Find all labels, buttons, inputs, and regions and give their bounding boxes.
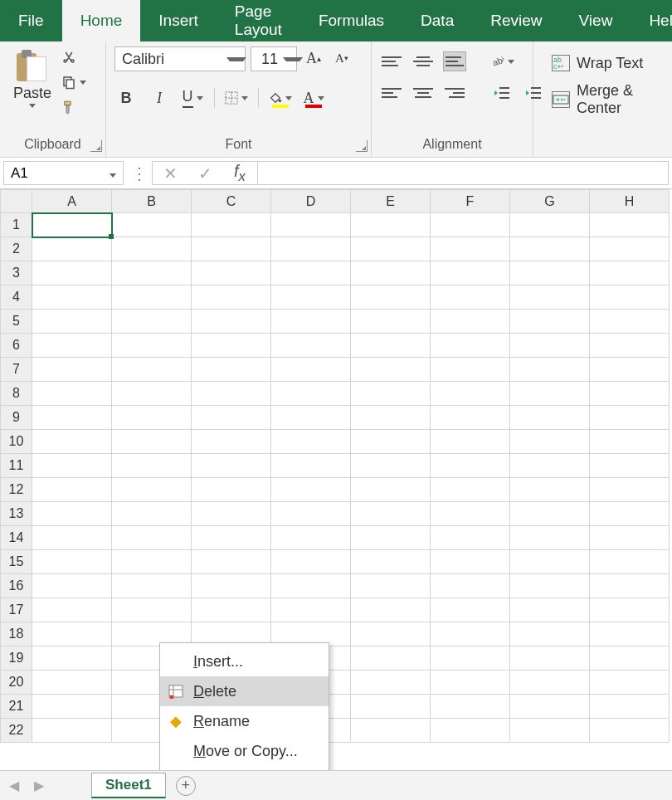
cell[interactable] xyxy=(510,695,590,719)
cell[interactable] xyxy=(590,406,670,430)
cell[interactable] xyxy=(510,671,590,695)
cell[interactable] xyxy=(510,213,590,237)
wrap-text-button[interactable]: abc↩ Wrap Text xyxy=(547,51,664,75)
borders-button[interactable] xyxy=(225,86,248,110)
cell[interactable] xyxy=(431,646,510,671)
cell[interactable] xyxy=(351,719,431,743)
cell[interactable] xyxy=(590,526,670,550)
cell[interactable] xyxy=(112,406,192,430)
row-header[interactable]: 9 xyxy=(1,406,32,430)
column-header[interactable]: G xyxy=(510,190,590,213)
row-header[interactable]: 16 xyxy=(1,574,32,598)
row-header[interactable]: 12 xyxy=(1,478,32,502)
cell[interactable] xyxy=(590,671,670,695)
cell[interactable] xyxy=(112,237,192,261)
cell[interactable] xyxy=(351,454,431,478)
merge-center-button[interactable]: Merge & Center xyxy=(547,88,664,111)
underline-button[interactable]: U xyxy=(181,86,204,110)
increase-font-button[interactable]: A▴ xyxy=(302,46,325,70)
ctx-rename[interactable]: ◆ Rename xyxy=(160,706,329,736)
cell[interactable] xyxy=(351,671,431,695)
cell[interactable] xyxy=(271,285,351,310)
row-header[interactable]: 13 xyxy=(1,502,32,526)
cell[interactable] xyxy=(510,261,590,285)
cell[interactable] xyxy=(271,261,351,285)
cell[interactable] xyxy=(590,478,670,502)
add-sheet-button[interactable]: + xyxy=(176,776,196,796)
cell[interactable] xyxy=(431,406,510,430)
cell[interactable] xyxy=(112,526,192,550)
cell[interactable] xyxy=(192,430,271,454)
cell[interactable] xyxy=(32,310,112,334)
ctx-insert[interactable]: Insert... xyxy=(160,646,329,676)
cell[interactable] xyxy=(590,719,670,743)
cell[interactable] xyxy=(112,574,192,598)
cell[interactable] xyxy=(510,502,590,526)
clipboard-dialog-launcher[interactable] xyxy=(90,140,102,152)
cell[interactable] xyxy=(590,358,670,382)
cut-button[interactable] xyxy=(61,48,86,66)
tab-view[interactable]: View xyxy=(561,0,631,41)
cell[interactable] xyxy=(271,430,351,454)
align-right-button[interactable] xyxy=(443,83,466,103)
cell[interactable] xyxy=(351,213,431,237)
name-box[interactable]: A1 xyxy=(3,161,124,185)
row-header[interactable]: 21 xyxy=(1,695,32,719)
cell[interactable] xyxy=(271,213,351,237)
cell[interactable] xyxy=(431,213,510,237)
cell[interactable] xyxy=(32,478,112,502)
cell[interactable] xyxy=(351,358,431,382)
cell[interactable] xyxy=(431,550,510,574)
cell[interactable] xyxy=(431,454,510,478)
bold-button[interactable]: B xyxy=(114,86,138,110)
cell[interactable] xyxy=(32,406,112,430)
cell[interactable] xyxy=(510,646,590,671)
cell[interactable] xyxy=(351,550,431,574)
cell[interactable] xyxy=(351,406,431,430)
cell[interactable] xyxy=(431,598,510,622)
cell[interactable] xyxy=(510,310,590,334)
cell[interactable] xyxy=(271,574,351,598)
row-header[interactable]: 15 xyxy=(1,550,32,574)
cell[interactable] xyxy=(590,646,670,671)
row-header[interactable]: 7 xyxy=(1,358,32,382)
cell[interactable] xyxy=(192,261,271,285)
font-dialog-launcher[interactable] xyxy=(356,140,368,152)
cell[interactable] xyxy=(112,358,192,382)
cell[interactable] xyxy=(112,502,192,526)
cell[interactable] xyxy=(590,310,670,334)
spreadsheet-grid[interactable]: ABCDEFGH12345678910111213141516171819202… xyxy=(0,189,672,770)
cell[interactable] xyxy=(271,358,351,382)
cell[interactable] xyxy=(271,310,351,334)
cell[interactable] xyxy=(32,285,112,310)
cell[interactable] xyxy=(590,382,670,406)
cell[interactable] xyxy=(510,285,590,310)
row-header[interactable]: 4 xyxy=(1,285,32,310)
cell[interactable] xyxy=(431,574,510,598)
row-header[interactable]: 2 xyxy=(1,237,32,261)
align-bottom-button[interactable] xyxy=(443,51,466,71)
cell[interactable] xyxy=(590,213,670,237)
tab-page-layout[interactable]: Page Layout xyxy=(217,0,300,41)
cell[interactable] xyxy=(351,478,431,502)
cell[interactable] xyxy=(192,502,271,526)
cell[interactable] xyxy=(192,526,271,550)
cell[interactable] xyxy=(351,598,431,622)
cell[interactable] xyxy=(431,358,510,382)
italic-button[interactable]: I xyxy=(148,86,171,110)
align-left-button[interactable] xyxy=(380,83,403,103)
paste-button[interactable]: Paste xyxy=(13,85,51,102)
cell[interactable] xyxy=(192,550,271,574)
cell[interactable] xyxy=(510,719,590,743)
format-painter-button[interactable] xyxy=(61,98,86,116)
cell[interactable] xyxy=(32,598,112,622)
column-header[interactable]: B xyxy=(112,190,192,213)
cell[interactable] xyxy=(510,526,590,550)
cell[interactable] xyxy=(590,598,670,622)
cell[interactable] xyxy=(510,478,590,502)
orientation-button[interactable]: ab xyxy=(491,50,514,73)
cell[interactable] xyxy=(510,622,590,646)
row-header[interactable]: 3 xyxy=(1,261,32,285)
cell[interactable] xyxy=(271,334,351,358)
cell[interactable] xyxy=(351,261,431,285)
